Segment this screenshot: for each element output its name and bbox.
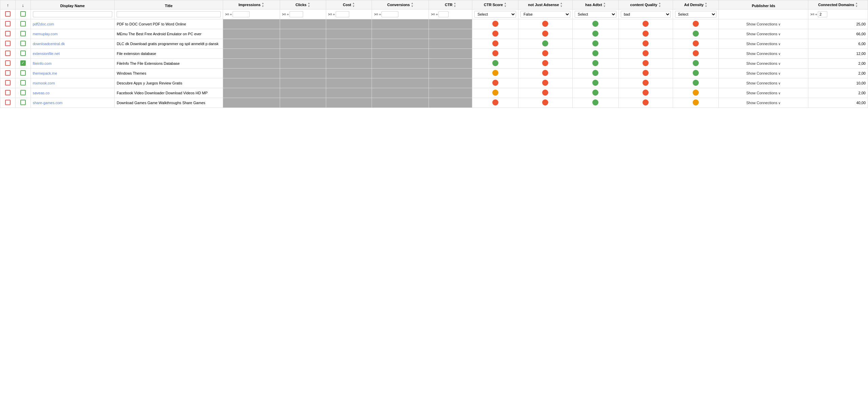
display-name-cell[interactable]: themepack.me [31,69,115,78]
global-checkbox-green[interactable] [20,11,26,17]
checkbox-red-2[interactable] [5,31,11,36]
filter-ctr[interactable]: >= ÷ [429,9,472,19]
display-name-cell[interactable]: saveas.co [31,88,115,98]
checkbox-red-3[interactable] [5,41,11,46]
ctr-score-select[interactable]: Select True False [474,11,516,18]
row-checkbox-red[interactable] [0,49,16,59]
checkbox-green-4[interactable] [20,51,26,56]
filter-impressions[interactable]: >= ÷ [223,9,280,19]
row-checkbox-red[interactable] [0,98,16,108]
filter-content-quality[interactable]: bad Select good medium [618,9,673,19]
display-name-link[interactable]: share-games.com [33,101,63,105]
row-checkbox-red[interactable] [0,78,16,88]
checkbox-red-5[interactable] [5,60,11,66]
row-checkbox-red[interactable] [0,29,16,39]
filter-cost[interactable]: >= ÷ [326,9,372,19]
cost-header[interactable]: Cost ▲▼ [326,0,372,9]
row-checkbox-red[interactable] [0,69,16,78]
row-checkbox-green[interactable] [15,19,31,29]
checkbox-green-5[interactable] [20,60,26,66]
display-name-link[interactable]: memuplay.com [33,32,58,36]
clicks-header[interactable]: Clicks ▲▼ [280,0,326,9]
title-filter[interactable] [117,11,221,17]
display-name-cell[interactable]: memuplay.com [31,29,115,39]
filter-conversions[interactable]: >= ÷ [372,9,429,19]
checkbox-green-6[interactable] [20,70,26,76]
filter-display-name[interactable] [31,9,115,19]
content-quality-select[interactable]: bad Select good medium [621,11,671,18]
row-checkbox-green[interactable] [15,88,31,98]
display-name-cell[interactable]: fileinfo.com [31,59,115,69]
display-name-cell[interactable]: mxmook.com [31,78,115,88]
show-connections-button[interactable]: Show Connections [746,61,781,65]
connected-domains-filter[interactable] [818,11,827,17]
display-name-cell[interactable]: extensionfile.net [31,49,115,59]
conversions-header[interactable]: Conversions ▲▼ [372,0,429,9]
row-checkbox-green[interactable] [15,29,31,39]
filter-ctr-score[interactable]: Select True False [472,9,518,19]
checkbox-red-6[interactable] [5,70,11,76]
ctr-header[interactable]: CTR ▲▼ [429,0,472,9]
display-name-cell[interactable]: share-games.com [31,98,115,108]
impressions-header[interactable]: Impressions ▲▼ [223,0,280,9]
content-quality-header[interactable]: content Quality ▲▼ [618,0,673,9]
filter-connected-domains[interactable]: >= ÷ [808,9,868,19]
clicks-filter[interactable] [290,11,303,17]
display-name-link[interactable]: saveas.co [33,91,50,95]
row-checkbox-green[interactable] [15,69,31,78]
filter-clicks[interactable]: >= ÷ [280,9,326,19]
display-name-cell[interactable]: downloadcentral.dk [31,39,115,49]
publisher-ids-cell[interactable]: Show Connections [719,98,808,108]
has-adtxt-header[interactable]: has Adtxt ▲▼ [572,0,618,9]
publisher-ids-cell[interactable]: Show Connections [719,78,808,88]
publisher-ids-cell[interactable]: Show Connections [719,29,808,39]
checkbox-red-4[interactable] [5,51,11,56]
row-checkbox-red[interactable] [0,59,16,69]
ctr-score-header[interactable]: CTR Score ▲▼ [472,0,518,9]
filter-ad-density[interactable]: Select True False [673,9,719,19]
display-name-link[interactable]: themepack.me [33,71,57,75]
global-checkbox-red[interactable] [5,11,11,17]
display-name-filter[interactable] [33,11,113,17]
checkbox-red-1[interactable] [5,21,11,26]
publisher-ids-cell[interactable]: Show Connections [719,59,808,69]
show-connections-button[interactable]: Show Connections [746,71,781,75]
row-checkbox-red[interactable] [0,39,16,49]
publisher-ids-cell[interactable]: Show Connections [719,69,808,78]
checkbox-red-9[interactable] [5,100,11,105]
row-checkbox-green[interactable] [15,98,31,108]
impressions-filter[interactable] [233,11,250,17]
sort-down-header[interactable]: ↓ [15,0,31,9]
display-name-cell[interactable]: pdf2doc.com [31,19,115,29]
ctr-filter[interactable] [438,11,449,17]
publisher-ids-cell[interactable]: Show Connections [719,19,808,29]
display-name-link[interactable]: extensionfile.net [33,52,60,56]
show-connections-button[interactable]: Show Connections [746,101,781,105]
show-connections-button[interactable]: Show Connections [746,22,781,26]
display-name-link[interactable]: pdf2doc.com [33,22,54,26]
row-checkbox-red[interactable] [0,88,16,98]
row-checkbox-red[interactable] [0,19,16,29]
display-name-link[interactable]: downloadcentral.dk [33,42,65,46]
filter-checkbox-green[interactable] [15,9,31,19]
publisher-ids-cell[interactable]: Show Connections [719,88,808,98]
row-checkbox-green[interactable] [15,39,31,49]
checkbox-red-7[interactable] [5,80,11,85]
publisher-ids-cell[interactable]: Show Connections [719,49,808,59]
checkbox-green-7[interactable] [20,80,26,85]
checkbox-green-3[interactable] [20,41,26,46]
row-checkbox-green[interactable] [15,59,31,69]
show-connections-button[interactable]: Show Connections [746,42,781,46]
checkbox-green-1[interactable] [20,21,26,26]
row-checkbox-green[interactable] [15,49,31,59]
has-adtxt-select[interactable]: Select True False [575,11,616,18]
filter-title[interactable] [115,9,223,19]
sort-up-header[interactable]: ↑ [0,0,16,9]
display-name-link[interactable]: fileinfo.com [33,61,52,65]
connected-domains-header[interactable]: Connected Domains ▲▼ [808,0,868,9]
ad-density-header[interactable]: Ad Density ▲▼ [673,0,719,9]
filter-checkbox-red[interactable] [0,9,16,19]
filter-not-just-adsense[interactable]: False Select True [518,9,573,19]
checkbox-green-9[interactable] [20,100,26,105]
publisher-ids-cell[interactable]: Show Connections [719,39,808,49]
